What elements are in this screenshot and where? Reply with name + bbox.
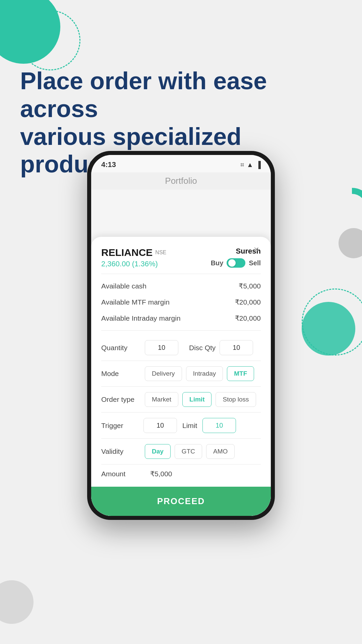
limit-input[interactable] — [202, 418, 236, 433]
buy-label: Buy — [211, 259, 224, 267]
order-type-limit-btn[interactable]: Limit — [182, 392, 212, 407]
quantity-controls: Disc Qty — [145, 340, 261, 355]
trigger-label: Trigger — [101, 422, 138, 430]
disc-qty-input[interactable] — [220, 340, 253, 355]
status-time: 4:13 — [101, 160, 116, 169]
stock-name-block: RELIANCE NSE 2,360.00 (1.36%) — [101, 247, 166, 268]
order-modal: × RELIANCE NSE 2,360.00 (1.36%) — [91, 237, 271, 516]
quantity-label: Quantity — [101, 344, 145, 352]
proceed-button[interactable]: PROCEED — [91, 487, 271, 516]
stock-price: 2,360.00 (1.36%) — [101, 260, 166, 268]
mode-row: Mode Delivery Intraday MTF — [101, 361, 261, 387]
phone-mockup: 4:13 ⌗ ▲ ▐ Portfolio × — [87, 151, 275, 520]
phone-frame: 4:13 ⌗ ▲ ▐ Portfolio × — [87, 151, 275, 520]
mode-controls: Delivery Intraday MTF — [145, 366, 261, 381]
order-type-market-btn[interactable]: Market — [145, 392, 178, 407]
modal-area: × RELIANCE NSE 2,360.00 (1.36%) — [91, 190, 271, 516]
order-type-row: Order type Market Limit Stop loss — [101, 387, 261, 413]
available-mtf-label: Available MTF margin — [101, 298, 170, 306]
validity-controls: Day GTC AMO — [145, 444, 261, 459]
available-intraday-value: ₹20,000 — [235, 314, 261, 322]
mode-mtf-btn[interactable]: MTF — [227, 366, 254, 381]
available-mtf-row: Available MTF margin ₹20,000 — [101, 294, 261, 310]
close-button[interactable]: × — [250, 244, 262, 256]
wifi-icon: ▲ — [247, 161, 253, 169]
quantity-row: Quantity Disc Qty — [101, 335, 261, 361]
available-cash-label: Available cash — [101, 282, 146, 290]
available-intraday-label: Available Intraday margin — [101, 314, 181, 322]
bg-arc-right — [332, 188, 362, 228]
disc-qty-label: Disc Qty — [189, 344, 216, 352]
buy-sell-toggle[interactable]: Buy Sell — [211, 258, 261, 268]
amount-value: ₹5,000 — [150, 470, 172, 478]
nav-bar-hint: Portfolio — [91, 172, 271, 190]
bg-circle-dashed-top-left — [20, 10, 80, 70]
order-type-controls: Market Limit Stop loss — [145, 392, 261, 407]
validity-amo-btn[interactable]: AMO — [206, 444, 235, 459]
validity-row: Validity Day GTC AMO — [101, 439, 261, 465]
stock-exchange: NSE — [155, 250, 166, 256]
phone-screen: 4:13 ⌗ ▲ ▐ Portfolio × — [91, 155, 271, 516]
mode-delivery-btn[interactable]: Delivery — [145, 366, 182, 381]
available-mtf-value: ₹20,000 — [235, 298, 261, 306]
status-bar: 4:13 ⌗ ▲ ▐ — [91, 155, 271, 172]
validity-day-btn[interactable]: Day — [145, 444, 171, 459]
limit-label: Limit — [182, 422, 197, 430]
available-intraday-row: Available Intraday margin ₹20,000 — [101, 310, 261, 326]
toggle-knob — [228, 259, 236, 267]
stock-name: RELIANCE NSE — [101, 247, 166, 258]
mode-intraday-btn[interactable]: Intraday — [186, 366, 223, 381]
order-type-stoploss-btn[interactable]: Stop loss — [216, 392, 256, 407]
trigger-input[interactable] — [143, 418, 177, 433]
order-type-label: Order type — [101, 395, 145, 404]
validity-label: Validity — [101, 447, 145, 455]
toggle-switch[interactable] — [227, 258, 245, 268]
amount-label: Amount — [101, 470, 145, 478]
bg-circle-bottom-left — [0, 580, 34, 624]
quantity-input[interactable] — [145, 340, 178, 355]
nav-hint-text: Portfolio — [165, 176, 197, 186]
bluetooth-icon: ⌗ — [240, 161, 244, 169]
trigger-row: Trigger Limit — [101, 413, 261, 439]
available-cash-value: ₹5,000 — [239, 282, 261, 290]
sell-label: Sell — [249, 259, 261, 267]
signal-icon: ▐ — [256, 161, 261, 169]
mode-label: Mode — [101, 370, 145, 378]
status-icons: ⌗ ▲ ▐ — [240, 161, 261, 169]
validity-gtc-btn[interactable]: GTC — [175, 444, 202, 459]
divider-1 — [101, 274, 261, 274]
bg-circle-right-mid — [339, 228, 362, 258]
amount-row: Amount ₹5,000 — [101, 465, 261, 483]
divider-2 — [101, 330, 261, 331]
available-cash-row: Available cash ₹5,000 — [101, 278, 261, 294]
stock-header: RELIANCE NSE 2,360.00 (1.36%) Suresh Buy — [101, 247, 261, 268]
